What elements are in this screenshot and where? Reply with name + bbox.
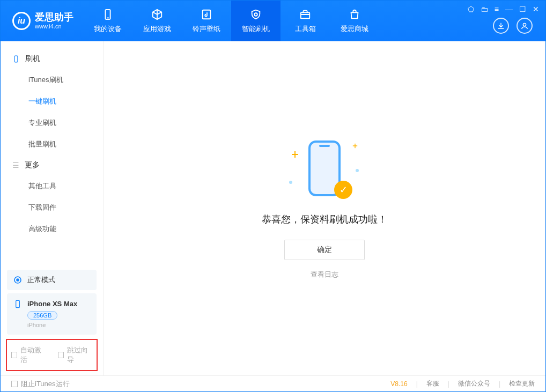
phone-icon (101, 8, 114, 21)
sidebar-item-batch-flash[interactable]: 批量刷机 (1, 134, 103, 155)
lock-icon[interactable]: 🗀 (481, 5, 488, 13)
sidebar-item-onekey-flash[interactable]: 一键刷机 (1, 91, 103, 112)
tab-apps[interactable]: 应用游戏 (132, 1, 182, 41)
sidebar-section-flash: 刷机 (1, 49, 103, 69)
download-button[interactable] (493, 18, 509, 34)
header-right-buttons (493, 18, 533, 34)
footer: 阻止iTunes运行 V8.16 | 客服 | 微信公众号 | 检查更新 (1, 375, 545, 391)
version-label: V8.16 (390, 380, 407, 388)
mode-label: 正常模式 (27, 275, 55, 285)
cube-icon (151, 8, 164, 21)
header: iu 爱思助手 www.i4.cn 我的设备 应用游戏 铃声壁纸 智能刷机 工具… (1, 1, 545, 41)
sidebar-item-advanced[interactable]: 高级功能 (1, 218, 103, 240)
sidebar-item-other-tools[interactable]: 其他工具 (1, 175, 103, 197)
device-card[interactable]: iPhone XS Max 256GB iPhone (7, 293, 97, 335)
checkbox-label: 跳过向导 (67, 345, 92, 365)
tab-label: 我的设备 (94, 24, 122, 34)
music-card-icon (200, 8, 213, 21)
phone-icon (13, 300, 22, 308)
checkbox-block-itunes[interactable]: 阻止iTunes运行 (11, 379, 70, 389)
device-storage: 256GB (27, 311, 57, 320)
tab-my-device[interactable]: 我的设备 (83, 1, 132, 41)
user-button[interactable] (517, 18, 533, 34)
mode-card[interactable]: 正常模式 (7, 270, 97, 290)
body: 刷机 iTunes刷机 一键刷机 专业刷机 批量刷机 ☰ 更多 其他工具 下载固… (1, 41, 545, 375)
tab-label: 铃声壁纸 (193, 24, 220, 34)
tab-label: 智能刷机 (242, 24, 270, 34)
tab-toolbox[interactable]: 工具箱 (281, 1, 330, 41)
svg-point-7 (17, 279, 19, 281)
view-log-link[interactable]: 查看日志 (311, 270, 338, 279)
app-url: www.i4.cn (35, 23, 73, 29)
footer-link-wechat[interactable]: 微信公众号 (458, 379, 490, 388)
footer-link-update[interactable]: 检查更新 (509, 379, 535, 388)
menu-icon[interactable]: ≡ (495, 5, 499, 13)
maximize-icon[interactable]: ☐ (519, 5, 526, 13)
checkbox-skip-guide[interactable]: 跳过向导 (58, 345, 93, 365)
tab-ringtones[interactable]: 铃声壁纸 (182, 1, 231, 41)
tab-label: 应用游戏 (143, 24, 171, 34)
checkbox-label: 自动激活 (20, 345, 46, 365)
check-badge-icon: ✓ (334, 181, 352, 199)
close-icon[interactable]: ✕ (533, 5, 539, 13)
sidebar-item-download-firmware[interactable]: 下载固件 (1, 197, 103, 218)
toolbox-icon (299, 8, 312, 21)
app-name: 爱思助手 (35, 12, 73, 23)
success-illustration: ✓ (292, 138, 357, 202)
main-tabs: 我的设备 应用游戏 铃声壁纸 智能刷机 工具箱 爱思商城 (83, 1, 379, 41)
sidebar-item-pro-flash[interactable]: 专业刷机 (1, 112, 103, 134)
checkbox-auto-activate[interactable]: 自动激活 (11, 345, 46, 365)
sidebar-section-more: ☰ 更多 (1, 155, 103, 175)
main-content: ✓ 恭喜您，保资料刷机成功啦！ 确定 查看日志 (104, 41, 545, 375)
refresh-shield-icon (249, 8, 262, 21)
highlighted-options: 自动激活 跳过向导 (6, 339, 98, 371)
sidebar: 刷机 iTunes刷机 一键刷机 专业刷机 批量刷机 ☰ 更多 其他工具 下载固… (1, 41, 104, 375)
mode-icon (13, 276, 22, 284)
tab-label: 工具箱 (295, 24, 316, 34)
device-type: iPhone (27, 322, 77, 328)
tab-label: 爱思商城 (341, 24, 368, 34)
logo-icon: iu (12, 12, 31, 30)
svg-rect-8 (16, 300, 20, 307)
sidebar-item-itunes-flash[interactable]: iTunes刷机 (1, 69, 103, 91)
svg-point-4 (523, 23, 526, 26)
device-icon (12, 55, 20, 63)
bag-icon (348, 8, 361, 21)
list-icon: ☰ (12, 161, 19, 169)
sidebar-section-label: 刷机 (25, 54, 40, 64)
ok-button[interactable]: 确定 (284, 240, 365, 260)
checkbox-label: 阻止iTunes运行 (21, 379, 70, 389)
sidebar-section-label: 更多 (25, 160, 40, 170)
device-name: iPhone XS Max (27, 300, 77, 308)
tab-flash[interactable]: 智能刷机 (231, 1, 281, 41)
app-logo: iu 爱思助手 www.i4.cn (1, 12, 83, 30)
svg-rect-5 (14, 56, 18, 62)
tab-store[interactable]: 爱思商城 (330, 1, 379, 41)
success-message: 恭喜您，保资料刷机成功啦！ (262, 213, 387, 226)
footer-link-support[interactable]: 客服 (426, 379, 439, 388)
titlebar-controls: ⬠ 🗀 ≡ — ☐ ✕ (468, 5, 539, 13)
tshirt-icon[interactable]: ⬠ (468, 5, 474, 13)
minimize-icon[interactable]: — (505, 5, 513, 13)
svg-rect-3 (301, 12, 310, 18)
